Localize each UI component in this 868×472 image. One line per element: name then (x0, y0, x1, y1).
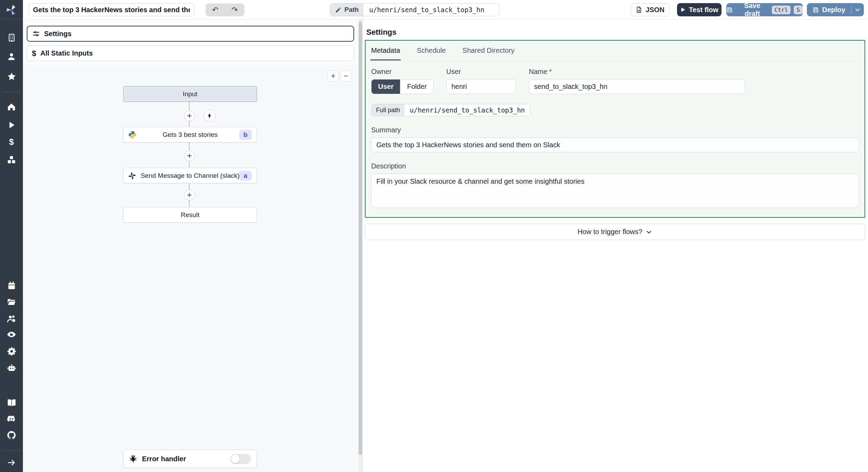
insert-step-button[interactable] (184, 150, 195, 161)
dollar-icon: $ (32, 49, 36, 58)
workspace-building-icon[interactable] (0, 33, 23, 42)
bug-icon (129, 455, 137, 463)
full-path-label: Full path (372, 104, 404, 116)
path-chip[interactable]: Path u/henri/send_to_slack_top3_hn (330, 3, 499, 16)
collapse-arrow-icon[interactable] (0, 458, 23, 467)
lightning-icon (207, 113, 213, 119)
plus-icon (186, 113, 192, 119)
zoom-in-button[interactable]: + (327, 70, 339, 82)
settings-tabs: Metadata Schedule Shared Directory (366, 41, 865, 61)
user-input[interactable] (446, 79, 516, 94)
tab-schedule[interactable]: Schedule (416, 41, 446, 60)
settings-gear-icon[interactable] (0, 346, 23, 356)
flow-canvas[interactable] (23, 65, 358, 472)
name-field: Name* (529, 68, 745, 94)
schedules-calendar-icon[interactable] (0, 281, 23, 290)
user-icon[interactable] (0, 52, 23, 61)
flow-editor-page: $ (0, 0, 868, 472)
json-button[interactable]: JSON (631, 3, 669, 16)
workers-robot-icon[interactable] (0, 363, 23, 373)
flow-title-input[interactable] (28, 3, 194, 16)
user-field: User (446, 68, 516, 94)
kbd-ctrl: Ctrl (772, 6, 791, 14)
resources-boxes-icon[interactable] (0, 155, 23, 165)
save-icon (812, 7, 819, 13)
test-flow-button[interactable]: Test flow (677, 3, 721, 16)
summary-label: Summary (371, 126, 859, 134)
settings-heading: Settings (366, 28, 865, 37)
discord-icon[interactable] (0, 414, 23, 423)
owner-label: Owner (371, 68, 434, 76)
full-path-chip[interactable]: Full path u/henri/send_to_slack_top3_hn (371, 104, 531, 116)
runs-play-icon[interactable] (0, 120, 23, 130)
github-icon[interactable] (0, 430, 23, 440)
chevron-down-icon (645, 228, 653, 236)
path-value: u/henri/send_to_slack_top3_hn (364, 3, 499, 16)
name-input[interactable] (529, 79, 745, 94)
all-static-inputs-button[interactable]: $ All Static Inputs (27, 45, 354, 61)
plus-icon (186, 192, 192, 198)
home-icon[interactable] (0, 102, 23, 112)
groups-users-icon[interactable] (0, 314, 23, 323)
settings-panel: Settings Metadata Schedule Shared Direct… (362, 19, 868, 472)
plus-icon (186, 153, 192, 159)
audit-eye-icon[interactable] (0, 330, 23, 339)
step-node-send-message-to-channel[interactable]: Send Message to Channel (slack) a (123, 168, 257, 183)
insert-step-button[interactable] (184, 190, 195, 200)
step-node-gets-3-best-stories[interactable]: Gets 3 best stories b (123, 127, 257, 142)
slack-icon (128, 172, 136, 180)
windmill-logo[interactable] (0, 0, 23, 19)
pencil-icon (335, 7, 342, 13)
python-icon (128, 130, 137, 139)
save-icon (726, 7, 733, 13)
owner-toggle: User Folder (371, 79, 434, 94)
description-textarea[interactable] (371, 174, 859, 208)
sidebar-divider (3, 92, 20, 92)
windmill-logo-icon (6, 4, 17, 16)
play-icon (680, 7, 686, 13)
kbd-s: S (794, 6, 803, 14)
path-label: Path (344, 6, 359, 14)
tab-metadata[interactable]: Metadata (370, 41, 401, 60)
flow-settings-button[interactable]: Settings (27, 26, 354, 42)
variables-dollar-icon[interactable]: $ (0, 137, 23, 147)
insert-step-button[interactable] (184, 110, 195, 121)
user-label: User (446, 68, 516, 76)
step-id-badge: b (239, 130, 252, 140)
required-asterisk: * (549, 68, 552, 75)
deploy-dropdown-caret[interactable] (851, 3, 864, 16)
summary-input[interactable] (371, 138, 859, 152)
full-path-value: u/henri/send_to_slack_top3_hn (404, 104, 530, 116)
owner-user-option[interactable]: User (372, 80, 400, 94)
tab-shared-directory[interactable]: Shared Directory (462, 41, 515, 60)
topbar: ↶ ↷ Path u/henri/send_to_slack_top3_hn J… (23, 0, 868, 19)
how-to-trigger-flows-button[interactable]: How to trigger flows? (365, 224, 865, 240)
description-field: Description (371, 162, 859, 209)
favorites-star-icon[interactable] (0, 72, 23, 81)
vertical-scrollbar (358, 19, 362, 472)
redo-button[interactable]: ↷ (232, 6, 238, 14)
docs-book-icon[interactable] (0, 398, 23, 407)
scrollbar-thumb[interactable] (359, 22, 362, 455)
result-node[interactable]: Result (123, 207, 257, 223)
undo-redo-group: ↶ ↷ (206, 3, 244, 16)
metadata-box: Metadata Schedule Shared Directory Owner… (365, 40, 865, 218)
undo-button[interactable]: ↶ (212, 6, 218, 14)
name-label: Name* (529, 68, 745, 76)
sidebar-divider-bottom (3, 450, 20, 451)
flow-panel: Settings $ All Static Inputs + − Input G… (23, 19, 358, 472)
input-node[interactable]: Input (123, 86, 257, 102)
owner-folder-option[interactable]: Folder (400, 80, 433, 94)
zoom-out-button[interactable]: − (340, 70, 352, 82)
description-label: Description (371, 162, 859, 170)
save-draft-button[interactable]: Save draft Ctrl S (726, 3, 803, 16)
file-json-icon (635, 6, 642, 13)
error-handler-toggle[interactable] (230, 454, 251, 464)
folders-icon[interactable] (0, 297, 23, 307)
error-handler-node[interactable]: Error handler (123, 450, 257, 468)
deploy-button[interactable]: Deploy (807, 3, 864, 16)
trigger-lightning-button[interactable] (204, 110, 216, 122)
owner-field: Owner User Folder (371, 68, 434, 94)
step-id-badge: a (239, 171, 252, 181)
sliders-icon (32, 30, 40, 38)
